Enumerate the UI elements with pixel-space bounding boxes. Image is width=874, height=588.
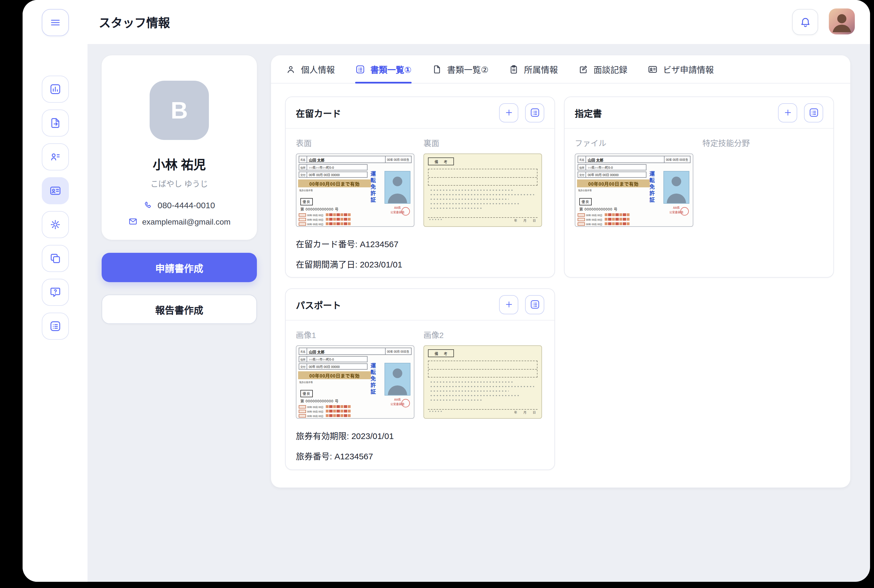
- residence-card-list-button[interactable]: [525, 103, 544, 122]
- document-icon: [432, 64, 442, 74]
- license-address-row: 住所 ○○県○○市○○町0-0: [578, 164, 646, 170]
- designation-add-button[interactable]: [778, 103, 797, 122]
- license-stamp-icon: [401, 399, 410, 407]
- license-row-date: 00年 00月 00日: [586, 213, 602, 216]
- license-back-dots: [429, 394, 520, 397]
- license-back-dots: [429, 390, 509, 392]
- checklist-icon: [355, 64, 365, 74]
- main-content: B 小林 祐児 こばやし ゆうじ 080-4444-0010 examplema…: [87, 44, 870, 582]
- profile-kana: こばやし ゆうじ: [102, 178, 257, 189]
- license-name-value: 山田 太郎: [586, 157, 604, 162]
- license-back-dots: [429, 202, 520, 205]
- license-badge: 優良: [300, 390, 313, 397]
- passport-list-button[interactable]: [525, 295, 544, 314]
- menu-button[interactable]: [42, 9, 69, 36]
- sidebar-item-contacts[interactable]: [42, 143, 69, 170]
- contact-list-icon: [49, 151, 61, 163]
- license-vertical-title: 運転免許証: [647, 171, 656, 203]
- license-row-date: 00年 00月 00日: [586, 222, 602, 225]
- license-back-remarks-box: 備 考: [428, 158, 454, 165]
- license-name-row: 氏名 山田 太郎 00年 00月 00日生: [299, 348, 411, 355]
- create-application-button[interactable]: 申請書作成: [102, 253, 257, 282]
- tab-interview-records[interactable]: 面談記録: [578, 55, 627, 83]
- license-number: 第 000000000000 号: [300, 398, 339, 404]
- notification-button[interactable]: [792, 9, 818, 35]
- license-number: 第 000000000000 号: [300, 206, 339, 212]
- license-birth-value: 00年 00月 00日生: [385, 348, 411, 354]
- license-back-dashed-area: [428, 361, 538, 378]
- tab-documents-1[interactable]: 書類一覧①: [355, 55, 411, 83]
- create-report-button[interactable]: 報告書作成: [102, 295, 257, 324]
- app-window: スタッフ情報 B 小林 祐児 こばやし ゆうじ: [23, 0, 870, 582]
- copy-documents-icon: [49, 252, 61, 265]
- help-bubble-icon: [49, 286, 61, 298]
- license-name-label: 氏名: [299, 156, 307, 162]
- residence-front-label: 表面: [296, 137, 414, 148]
- license-row-date: 00年 00月 00日: [307, 222, 323, 225]
- app-header: スタッフ情報: [23, 0, 870, 44]
- tab-bar: 個人情報 書類一覧① 書類一覧② 所属情報: [271, 55, 850, 84]
- tab-visa-application[interactable]: ビザ申請情報: [647, 55, 714, 83]
- sidebar-item-staff-info[interactable]: [42, 177, 69, 204]
- license-address-value: ○○県○○市○○町0-0: [307, 357, 334, 362]
- tab-documents-2[interactable]: 書類一覧②: [432, 55, 488, 83]
- license-address-label: 住所: [578, 165, 586, 170]
- sidebar-item-help[interactable]: [42, 279, 69, 306]
- clipboard-icon: [509, 64, 519, 74]
- tab-affiliation-info[interactable]: 所属情報: [509, 55, 558, 83]
- tab-label: 所属情報: [524, 63, 558, 75]
- residence-card-expiry: 在留期間満了日: 2023/01/01: [296, 258, 544, 270]
- license-issue-label: 交付: [299, 172, 307, 177]
- residence-back-label: 裏面: [423, 137, 542, 148]
- license-back-dots: [429, 207, 483, 209]
- license-stamp-icon: [401, 207, 410, 216]
- license-row-date: 00年 00月 00日: [307, 213, 323, 216]
- residence-card-back-image[interactable]: 備 考 年 月 日: [423, 153, 542, 227]
- residence-card-title: 在留カード: [296, 106, 493, 119]
- license-name-value: 山田 太郎: [307, 157, 324, 162]
- user-avatar[interactable]: [829, 9, 855, 34]
- license-address-value: ○○県○○市○○町0-0: [307, 165, 334, 170]
- sidebar-item-tasks[interactable]: [42, 313, 69, 340]
- license-authority-pref: AA県: [394, 398, 401, 401]
- license-back-dots: [429, 194, 534, 196]
- sidebar-item-dashboard[interactable]: [42, 76, 69, 103]
- passport-image1[interactable]: 氏名 山田 太郎 00年 00月 00日生 住所 ○○県○○市○○町0-0 交付…: [296, 345, 414, 419]
- license-sample-front: 氏名 山田 太郎 00年 00月 00日生 住所 ○○県○○市○○町0-0 交付…: [296, 153, 414, 227]
- passport-image1-label: 画像1: [296, 329, 414, 340]
- license-authority-pref: AA県: [673, 206, 679, 209]
- license-address-label: 住所: [299, 165, 307, 170]
- page-title: スタッフ情報: [99, 0, 170, 44]
- designation-file-image[interactable]: 氏名 山田 太郎 00年 00月 00日生 住所 ○○県○○市○○町0-0 交付…: [575, 153, 693, 227]
- phone-icon: [143, 200, 153, 210]
- residence-card-add-button[interactable]: [499, 103, 518, 122]
- tab-personal-info[interactable]: 個人情報: [286, 55, 335, 83]
- designation-category-label: 特定技能分野: [702, 137, 821, 148]
- passport-add-button[interactable]: [499, 295, 518, 314]
- passport-image2[interactable]: 備 考 年 月 日: [423, 345, 542, 419]
- residence-card-front-image[interactable]: 氏名 山田 太郎 00年 00月 00日生 住所 ○○県○○市○○町0-0 交付…: [296, 153, 414, 227]
- license-conditions: 免許の条件等: [299, 381, 314, 384]
- file-export-icon: [49, 117, 61, 129]
- license-birth-value: 00年 00月 00日生: [385, 156, 411, 162]
- sidebar-item-settings[interactable]: [42, 211, 69, 238]
- tab-label: 面談記録: [593, 63, 627, 75]
- license-back-marks: [428, 218, 443, 220]
- license-back-date-labels: 年 月 日: [514, 410, 536, 415]
- license-back-dots: [429, 399, 483, 401]
- profile-phone: 080-4444-0010: [158, 200, 215, 210]
- license-back-dots: [429, 381, 514, 383]
- checklist-icon: [529, 299, 540, 310]
- designation-list-button[interactable]: [804, 103, 823, 122]
- profile-phone-row: 080-4444-0010: [102, 200, 257, 210]
- designation-title: 指定書: [575, 106, 771, 119]
- gear-icon: [49, 218, 61, 231]
- person-icon: [286, 64, 296, 74]
- license-issue-value: 00年 00月 00日 00000: [307, 172, 339, 177]
- sidebar: [23, 44, 87, 582]
- license-issue-value: 00年 00月 00日 00000: [307, 364, 339, 369]
- plus-icon: [783, 108, 793, 117]
- license-history-row: 00年 00月 00日: [299, 222, 351, 226]
- sidebar-item-file-export[interactable]: [42, 110, 69, 136]
- sidebar-item-documents[interactable]: [42, 245, 69, 272]
